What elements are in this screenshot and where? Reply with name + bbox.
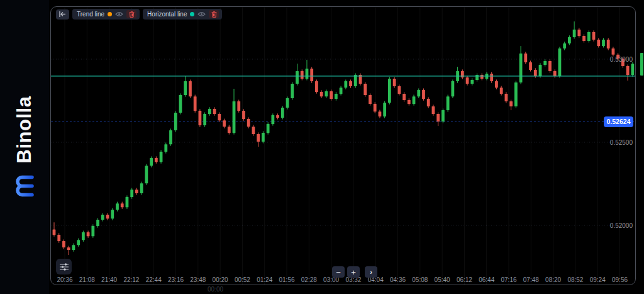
- svg-text:0.52500: 0.52500: [610, 139, 633, 146]
- visibility-eye-icon[interactable]: [115, 11, 123, 17]
- sidebar: Binolla: [0, 0, 49, 294]
- svg-text:07:16: 07:16: [501, 276, 516, 283]
- candlestick-series: [53, 21, 635, 255]
- tool-label: Horizontal line: [147, 9, 187, 20]
- svg-text:06:44: 06:44: [479, 276, 494, 283]
- brand: Binolla: [13, 96, 36, 198]
- svg-text:21:08: 21:08: [79, 276, 95, 283]
- svg-text:06:12: 06:12: [457, 276, 472, 283]
- svg-text:08:52: 08:52: [567, 276, 583, 283]
- delete-trash-icon[interactable]: [209, 10, 219, 18]
- svg-text:04:36: 04:36: [390, 276, 406, 283]
- brand-name: Binolla: [13, 96, 36, 163]
- horizontal-line-color-dot: [190, 12, 194, 16]
- horizontal-gridlines: [51, 59, 636, 225]
- drawings-toolbar: Trend line Horizontal line: [56, 9, 222, 20]
- svg-text:09:24: 09:24: [590, 276, 606, 283]
- svg-text:23:16: 23:16: [168, 276, 184, 283]
- go-to-latest-button[interactable]: ›: [365, 266, 377, 278]
- arrow-to-bar-icon: [59, 11, 66, 17]
- price-axis[interactable]: 0.530000.525000.52000: [610, 56, 633, 229]
- svg-text:22:44: 22:44: [146, 276, 162, 283]
- clipped-midnight-label: 00:00: [208, 286, 223, 293]
- chart-panel: 0.530000.525000.5200020:3621:0821:4022:1…: [49, 0, 644, 294]
- zoom-controls: − + ›: [332, 266, 377, 278]
- chart-settings-button[interactable]: [56, 259, 72, 274]
- svg-text:08:20: 08:20: [545, 276, 561, 283]
- svg-text:0.52000: 0.52000: [610, 222, 633, 229]
- svg-text:02:28: 02:28: [301, 276, 317, 283]
- tool-chip-horizontal-line[interactable]: Horizontal line: [143, 9, 222, 20]
- candle-sliver: [640, 53, 643, 76]
- svg-text:00:52: 00:52: [235, 276, 250, 283]
- zoom-out-button[interactable]: −: [332, 266, 345, 278]
- svg-text:20:36: 20:36: [57, 276, 72, 283]
- svg-text:05:08: 05:08: [412, 276, 428, 283]
- svg-text:01:24: 01:24: [257, 276, 272, 283]
- binolla-logo-icon: [14, 173, 35, 198]
- chart-frame: 0.530000.525000.5200020:3621:0821:4022:1…: [50, 6, 636, 285]
- svg-text:21:40: 21:40: [101, 276, 117, 283]
- svg-text:00:20: 00:20: [213, 276, 228, 283]
- visibility-eye-icon[interactable]: [197, 11, 206, 17]
- svg-text:0.53000: 0.53000: [610, 56, 633, 63]
- collapse-toolbar-button[interactable]: [56, 9, 69, 20]
- vertical-gridlines: [65, 7, 620, 285]
- zoom-in-button[interactable]: +: [347, 266, 360, 278]
- tool-label: Trend line: [77, 9, 104, 20]
- delete-trash-icon[interactable]: [126, 10, 136, 18]
- svg-text:23:48: 23:48: [190, 276, 206, 283]
- chart-canvas[interactable]: 0.530000.525000.5200020:3621:0821:4022:1…: [51, 7, 636, 285]
- svg-text:07:48: 07:48: [523, 276, 539, 283]
- svg-text:05:40: 05:40: [435, 276, 450, 283]
- trend-line-color-dot: [108, 12, 112, 16]
- current-price-badge: 0.52624: [604, 116, 633, 127]
- svg-text:01:56: 01:56: [279, 276, 294, 283]
- svg-text:09:56: 09:56: [612, 276, 628, 283]
- sliders-icon: [60, 263, 69, 271]
- svg-text:22:12: 22:12: [123, 276, 139, 283]
- tool-chip-trend-line[interactable]: Trend line: [72, 9, 140, 20]
